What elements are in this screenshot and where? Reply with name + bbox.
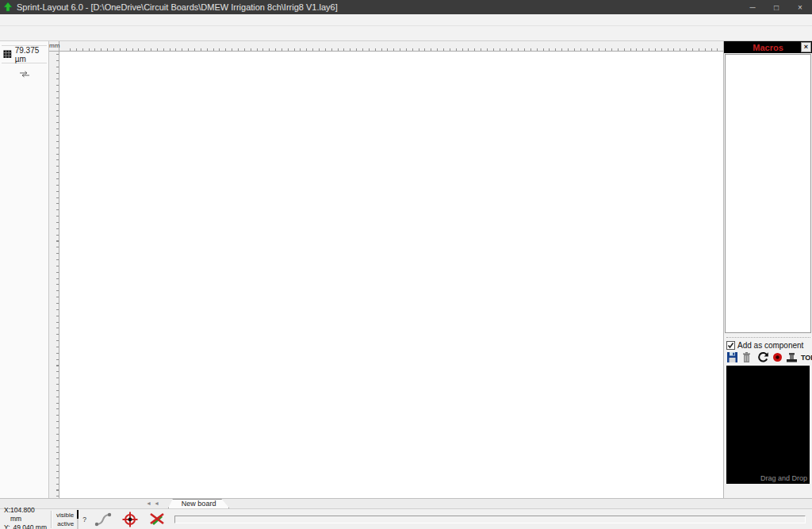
track-mode-icon[interactable] xyxy=(94,511,113,528)
delete-macro-icon[interactable] xyxy=(741,351,753,363)
grid-value: 79.375 µm xyxy=(15,46,48,63)
active-label: active xyxy=(57,520,74,527)
x-label: X: xyxy=(4,506,10,523)
main-toolbar xyxy=(0,26,812,41)
cursor-coordinates: X:104.800 mm Y:49.040 mm xyxy=(0,505,49,529)
grid-setting[interactable]: 79.375 µm xyxy=(0,48,48,60)
y-label: Y: xyxy=(4,523,10,529)
macros-tree xyxy=(725,54,811,333)
menubar xyxy=(0,14,812,26)
top-side-label: TOP xyxy=(801,354,812,362)
statusbar: X:104.800 mm Y:49.040 mm visible active … xyxy=(0,508,812,529)
origin-target-icon[interactable] xyxy=(121,511,140,528)
layer-selector xyxy=(77,510,79,529)
grid-icon xyxy=(3,50,12,59)
rotate-macro-icon[interactable] xyxy=(757,351,769,363)
board-tab[interactable]: New board xyxy=(168,499,230,508)
macros-close-icon[interactable]: × xyxy=(801,42,811,52)
ruler-unit: mm xyxy=(49,41,59,52)
window-title: Sprint-Layout 6.0 - [D:\OneDrive\Circuit… xyxy=(17,2,338,12)
drag-and-drop-hint: Drag and Drop xyxy=(760,474,807,482)
ruler-top xyxy=(59,41,723,52)
maximize-button[interactable]: □ xyxy=(764,0,788,14)
layer-row-labels: visible active xyxy=(56,512,74,527)
app-icon xyxy=(3,2,13,12)
board-tabbar: ◄◄ New board xyxy=(0,498,812,508)
ruler-left xyxy=(49,52,59,498)
titlebar: Sprint-Layout 6.0 - [D:\OneDrive\Circuit… xyxy=(0,0,812,14)
pcb-canvas[interactable] xyxy=(59,52,723,498)
add-as-component-row: Add as component xyxy=(726,337,810,350)
macro-preview[interactable]: Drag and Drop xyxy=(726,366,810,484)
y-value: 49.040 mm xyxy=(13,523,47,529)
macro-toolbar: TOP xyxy=(724,351,812,364)
save-macro-icon[interactable] xyxy=(726,351,738,363)
sprint-layout-window: Sprint-Layout 6.0 - [D:\OneDrive\Circuit… xyxy=(0,0,812,529)
workspace: mm xyxy=(49,41,723,498)
x-value: 104.800 mm xyxy=(10,506,47,523)
minimize-button[interactable]: ─ xyxy=(741,0,764,14)
top-bottom-toggle-icon[interactable] xyxy=(786,351,798,363)
add-as-component-label: Add as component xyxy=(737,341,803,350)
tab-scroll-left-icon[interactable]: ◄◄ xyxy=(146,499,162,508)
macros-header[interactable]: Macros × xyxy=(724,41,812,53)
macros-panel: Macros × Add as component xyxy=(723,41,812,498)
close-button[interactable]: × xyxy=(788,0,812,14)
tool-panel: 79.375 µm xyxy=(0,41,49,498)
macros-title: Macros xyxy=(753,43,783,52)
swap-widths-button[interactable] xyxy=(0,71,48,78)
add-as-component-checkbox[interactable] xyxy=(726,341,735,350)
solder-mask-toggle-icon[interactable] xyxy=(772,351,783,363)
pcb-drawing[interactable] xyxy=(59,52,723,498)
visible-label: visible xyxy=(56,512,74,519)
layer-help[interactable]: ? xyxy=(82,516,86,523)
no-connection-icon[interactable] xyxy=(148,511,167,528)
status-message-area xyxy=(174,516,806,523)
macros-footer xyxy=(724,484,812,498)
